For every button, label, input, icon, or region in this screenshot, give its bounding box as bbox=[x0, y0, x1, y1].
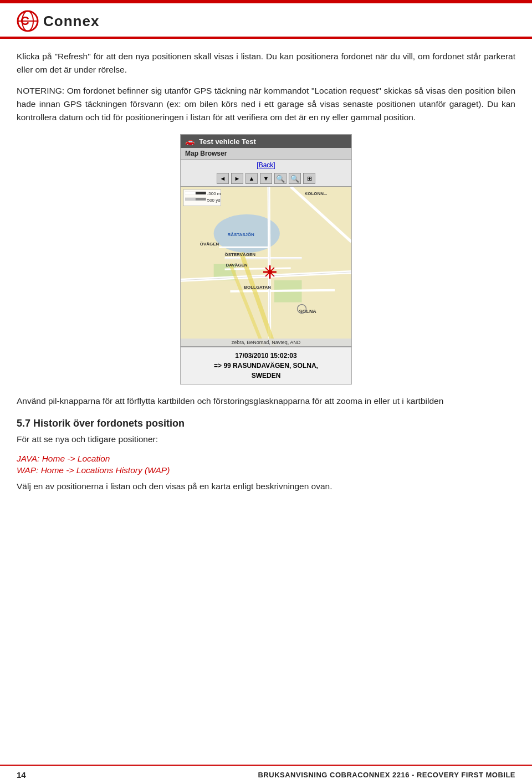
svg-text:KOLONN...: KOLONN... bbox=[305, 191, 328, 196]
header: C Connex bbox=[0, 3, 532, 39]
nav-up-button[interactable]: ▲ bbox=[245, 173, 258, 184]
svg-line-16 bbox=[230, 290, 335, 291]
logo-container: C Connex bbox=[17, 10, 99, 32]
map-svg: RÅSTASJÖN bbox=[181, 187, 351, 346]
paragraph-arrows: Använd pil-knapparna för att förflytta k… bbox=[17, 394, 515, 408]
nav-down-button[interactable]: ▼ bbox=[260, 173, 272, 184]
svg-text:ÖVÄGEN: ÖVÄGEN bbox=[200, 242, 219, 247]
svg-text:DAVÄGEN: DAVÄGEN bbox=[226, 263, 248, 268]
map-datetime: 17/03/2010 15:02:03 bbox=[183, 351, 349, 361]
map-controls: ◄ ► ▲ ▼ 🔍 🔍 ⊞ bbox=[181, 171, 351, 186]
map-title-bar: 🚗 Test vehicle Test bbox=[181, 135, 351, 148]
map-back-button[interactable]: [Back] bbox=[181, 160, 351, 171]
section-57-heading: 5.7 Historik över fordonets position bbox=[17, 418, 515, 429]
section-57-intro: För att se nya och tidigare positioner: bbox=[17, 433, 515, 446]
footer: 14 BRUKSANVISNING COBRACONNEX 2216 - REC… bbox=[0, 765, 532, 784]
connex-logo-icon: C bbox=[17, 10, 39, 32]
map-attribution: zebra, BeNomad, Navteq, AND bbox=[181, 339, 351, 346]
svg-rect-38 bbox=[185, 198, 196, 201]
main-content: Klicka på "Refresh" för att den nya posi… bbox=[0, 39, 532, 512]
nav-right-button[interactable]: ► bbox=[231, 173, 243, 184]
grid-button[interactable]: ⊞ bbox=[303, 173, 315, 184]
zoom-in-button[interactable]: 🔍 bbox=[274, 173, 287, 184]
logo-text: Connex bbox=[43, 13, 99, 30]
svg-text:RÅSTASJÖN: RÅSTASJÖN bbox=[227, 232, 254, 237]
map-image-area: RÅSTASJÖN bbox=[181, 186, 351, 347]
java-link: JAVA: Home -> Location bbox=[17, 454, 515, 464]
car-icon: 🚗 bbox=[185, 137, 195, 146]
svg-point-31 bbox=[268, 270, 272, 274]
map-title: Test vehicle Test bbox=[199, 137, 256, 146]
svg-text:500 yd: 500 yd bbox=[207, 198, 221, 203]
footer-page-number: 14 bbox=[17, 770, 26, 780]
svg-line-15 bbox=[225, 268, 291, 269]
section-57-paragraph: Välj en av positionerna i listan och den… bbox=[17, 480, 515, 493]
svg-rect-35 bbox=[185, 192, 196, 194]
zoom-out-button[interactable]: 🔍 bbox=[289, 173, 301, 184]
svg-text:BOLLGATAN: BOLLGATAN bbox=[244, 285, 271, 290]
paragraph-notering: NOTERING: Om fordonet befinner sig utanf… bbox=[17, 84, 515, 124]
wap-link: WAP: Home -> Locations History (WAP) bbox=[17, 465, 515, 475]
map-subtitle: Map Browser bbox=[181, 148, 351, 160]
svg-text:-500 m: -500 m bbox=[207, 191, 221, 196]
nav-left-button[interactable]: ◄ bbox=[217, 173, 229, 184]
footer-title: BRUKSANVISNING COBRACONNEX 2216 - RECOVE… bbox=[258, 771, 515, 779]
map-browser-container: 🚗 Test vehicle Test Map Browser [Back] ◄… bbox=[17, 134, 515, 385]
svg-text:C: C bbox=[21, 14, 29, 28]
map-address-line3: SWEDEN bbox=[183, 371, 349, 381]
map-address: 17/03/2010 15:02:03 => 99 RASUNDAVÄGEN, … bbox=[181, 347, 351, 384]
map-browser: 🚗 Test vehicle Test Map Browser [Back] ◄… bbox=[180, 134, 352, 385]
map-address-line2: => 99 RASUNDAVÄGEN, SOLNA, bbox=[183, 361, 349, 371]
paragraph-refresh: Klicka på "Refresh" för att den nya posi… bbox=[17, 50, 515, 76]
svg-text:ÖSTERVÄGEN: ÖSTERVÄGEN bbox=[225, 252, 256, 257]
